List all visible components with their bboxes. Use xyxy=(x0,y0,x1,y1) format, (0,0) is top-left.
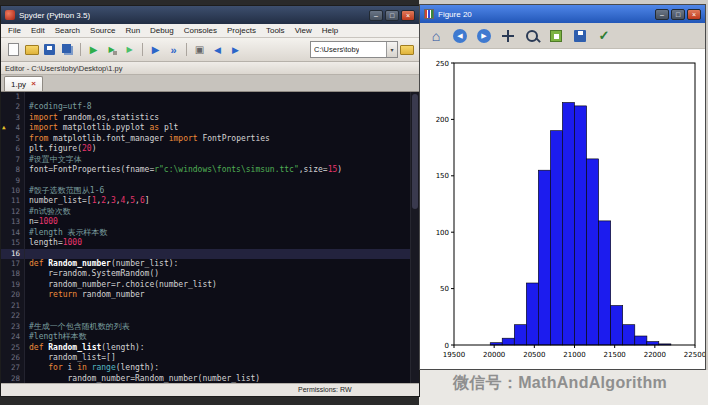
run-cell-icon[interactable] xyxy=(103,41,120,58)
save-icon[interactable] xyxy=(570,26,590,46)
code-line-25: 25def Random_list(length): xyxy=(1,343,410,353)
line-number: 10 xyxy=(1,186,25,196)
code-line-28: 28 random_number=Random_number(number_li… xyxy=(1,374,410,383)
code-text: random_list=[] xyxy=(25,353,116,363)
spyder-window: Spyder (Python 3.5) –□× FileEditSearchSo… xyxy=(0,5,420,397)
minimize-button[interactable]: – xyxy=(369,10,383,21)
svg-text:200: 200 xyxy=(436,116,449,124)
editor-pane-header: Editor - C:\Users\toby\Desktop\1.py xyxy=(1,62,419,75)
matplotlib-icon xyxy=(424,9,434,19)
code-text: return random_number xyxy=(25,290,145,300)
spyder-window-controls: –□× xyxy=(369,10,415,21)
working-directory-combo[interactable]: C:\Users\toby ▾ xyxy=(310,41,398,58)
editor-pane-title: Editor - C:\Users\toby\Desktop\1.py xyxy=(5,64,123,73)
code-text: import matplotlib.pyplot as plt xyxy=(25,123,178,133)
zoom-icon[interactable] xyxy=(522,26,542,46)
debug-icon[interactable] xyxy=(147,41,164,58)
code-text xyxy=(25,249,29,259)
code-text: r=random.SystemRandom() xyxy=(25,269,159,279)
permissions-status: Permissions: RW xyxy=(298,386,352,393)
code-line-11: 11number_list=[1,2,3,4,5,6] xyxy=(1,196,410,206)
menu-source[interactable]: Source xyxy=(85,26,120,35)
code-line-13: 13n=1000 xyxy=(1,217,410,227)
svg-text:50: 50 xyxy=(440,285,449,293)
line-number: 23 xyxy=(1,322,25,332)
tab-close-icon[interactable]: × xyxy=(31,80,36,88)
figure-toolbar xyxy=(420,23,705,49)
code-line-7: 7#设置中文字体 xyxy=(1,155,410,165)
code-line-1: 1 xyxy=(1,92,410,102)
line-number: 28 xyxy=(1,374,25,383)
back-icon[interactable] xyxy=(450,26,470,46)
code-line-6: 6plt.figure(20) xyxy=(1,144,410,154)
menu-search[interactable]: Search xyxy=(50,26,85,35)
toolbar-icons xyxy=(5,41,244,58)
run-icon[interactable] xyxy=(85,41,102,58)
menu-debug[interactable]: Debug xyxy=(145,26,179,35)
code-line-8: 8font=FontProperties(fname=r"c:\windows\… xyxy=(1,165,410,175)
checkmark-icon[interactable] xyxy=(594,26,614,46)
line-number: 12 xyxy=(1,207,25,217)
forward-icon[interactable] xyxy=(474,26,494,46)
svg-text:19500: 19500 xyxy=(443,351,465,359)
line-number: 19 xyxy=(1,280,25,290)
step-over-icon[interactable] xyxy=(165,41,182,58)
save-all-icon[interactable] xyxy=(59,41,76,58)
minimize-button[interactable]: – xyxy=(655,9,669,20)
code-line-17: 17def Random_number(number_list): xyxy=(1,259,410,269)
open-file-icon[interactable] xyxy=(23,41,40,58)
editor-scrollbar[interactable] xyxy=(410,92,419,383)
line-number: 3 xyxy=(1,113,25,123)
svg-text:22000: 22000 xyxy=(644,351,666,359)
maximize-button[interactable]: □ xyxy=(385,10,399,21)
tab-1py[interactable]: 1.py × xyxy=(4,76,43,91)
editor-tab-bar: 1.py × xyxy=(1,75,419,92)
menu-tools[interactable]: Tools xyxy=(261,26,290,35)
line-number: 8 xyxy=(1,165,25,175)
back-icon[interactable] xyxy=(209,41,226,58)
status-bar: Permissions: RW xyxy=(1,383,419,396)
line-number: 13 xyxy=(1,217,25,227)
menu-view[interactable]: View xyxy=(290,26,317,35)
figure-titlebar[interactable]: Figure 20 –□× xyxy=(420,5,705,23)
forward-icon[interactable] xyxy=(227,41,244,58)
line-number: 11 xyxy=(1,196,25,206)
code-text: #设置中文字体 xyxy=(25,155,82,165)
maximize-pane-icon[interactable] xyxy=(191,41,208,58)
spyder-app-icon xyxy=(5,10,15,20)
svg-text:20000: 20000 xyxy=(483,351,505,359)
menu-projects[interactable]: Projects xyxy=(222,26,261,35)
code-text: for i in range(length): xyxy=(25,363,159,373)
menu-consoles[interactable]: Consoles xyxy=(179,26,222,35)
histogram-plot: 1950020000205002100021500220002250005010… xyxy=(420,49,705,369)
menu-run[interactable]: Run xyxy=(120,26,145,35)
editor-scrollbar-thumb[interactable] xyxy=(412,94,418,209)
line-number: 20 xyxy=(1,290,25,300)
run-selection-icon[interactable] xyxy=(121,41,138,58)
code-text: plt.figure(20) xyxy=(25,144,96,154)
close-button[interactable]: × xyxy=(687,9,701,20)
browse-directory-button[interactable] xyxy=(398,41,415,58)
close-button[interactable]: × xyxy=(401,10,415,21)
subplots-icon[interactable] xyxy=(546,26,566,46)
maximize-button[interactable]: □ xyxy=(671,9,685,20)
code-line-24: 24#length样本数 xyxy=(1,332,410,342)
code-text: import random,os,statistics xyxy=(25,113,159,123)
code-editor[interactable]: 12#coding=utf-83import random,os,statist… xyxy=(1,92,419,383)
menu-file[interactable]: File xyxy=(3,26,26,35)
menu-edit[interactable]: Edit xyxy=(26,26,50,35)
code-line-23: 23#生成一个包含随机数的列表 xyxy=(1,322,410,332)
spyder-titlebar[interactable]: Spyder (Python 3.5) –□× xyxy=(1,6,419,24)
chevron-down-icon[interactable]: ▾ xyxy=(386,42,397,57)
svg-text:150: 150 xyxy=(436,172,449,180)
toolbar-separator xyxy=(80,43,81,56)
menu-help[interactable]: Help xyxy=(317,26,343,35)
code-lines: 12#coding=utf-83import random,os,statist… xyxy=(1,92,410,383)
new-file-icon[interactable] xyxy=(5,41,22,58)
home-icon[interactable] xyxy=(426,26,446,46)
pan-icon[interactable] xyxy=(498,26,518,46)
code-text: #骰子选数范围从1-6 xyxy=(25,186,104,196)
code-text: length=1000 xyxy=(25,238,82,248)
save-icon[interactable] xyxy=(41,41,58,58)
code-text: number_list=[1,2,3,4,5,6] xyxy=(25,196,150,206)
